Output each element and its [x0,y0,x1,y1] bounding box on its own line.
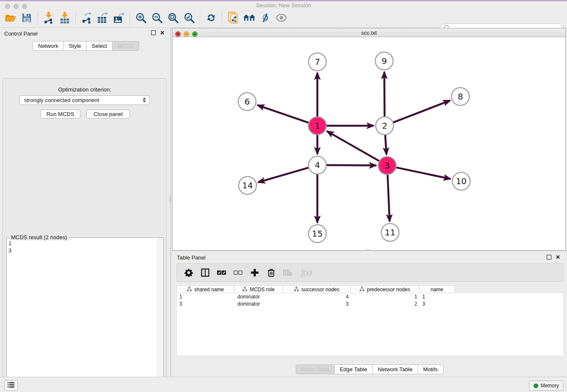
table-cell[interactable]: 3 [177,301,235,308]
hide-selected-button[interactable] [257,11,273,26]
zoom-fit-button[interactable] [165,11,181,26]
vertical-splitter-handle[interactable] [169,199,171,201]
edge-3-1[interactable] [327,131,379,161]
table-row[interactable]: 3dominator323 [177,301,563,308]
node-3[interactable]: 3 [378,157,396,174]
select-all-icon[interactable] [217,268,227,278]
network-view-window: ✕−+ scc.txt 7968124314101511 [172,28,566,251]
tab-network[interactable]: Network [33,41,64,51]
deselect-all-icon[interactable] [233,268,243,278]
network-window-titlebar[interactable]: ✕−+ scc.txt [173,28,565,37]
run-mcds-button[interactable]: Run MCDS [40,110,80,119]
open-session-button[interactable] [3,11,19,26]
minimize-window-button[interactable] [14,4,19,9]
function-builder-icon[interactable]: f(x) [299,268,314,278]
control-panel-title: Control Panel [4,30,38,37]
tab-mcds[interactable]: MCDS [113,41,139,51]
result-scrollbar[interactable] [157,238,163,392]
task-history-button[interactable] [4,380,18,391]
export-image-button[interactable] [111,11,127,26]
table-cell[interactable]: 3 [284,301,351,308]
edge-2-9[interactable] [384,72,385,116]
column-header-successor-nodes[interactable]: successor nodes [283,285,351,293]
network-from-selection-button[interactable] [225,11,241,26]
node-9[interactable]: 9 [375,52,393,70]
refresh-layout-button[interactable] [203,11,219,26]
network-canvas[interactable]: 7968124314101511 [173,37,565,250]
show-all-button[interactable] [273,11,289,26]
save-session-button[interactable] [19,11,35,26]
node-label: 4 [315,160,320,170]
close-panel-button[interactable]: Close panel [86,110,130,119]
table-panel: Table Panel ✕ f(x) shared nameMCDS roles… [172,251,567,377]
column-header-shared-name[interactable]: shared name [176,285,234,293]
tab-motifs[interactable]: Motifs [418,364,443,374]
node-label: 14 [242,180,253,190]
zoom-out-button[interactable] [149,11,165,26]
edge-2-3[interactable] [385,135,386,155]
node-10[interactable]: 10 [452,172,470,190]
tab-select[interactable]: Select [87,41,113,51]
table-cell[interactable]: 2 [351,301,420,308]
delete-column-icon[interactable] [266,268,276,278]
mcds-panel: Optimization criterion: strongly connect… [3,78,167,392]
column-header-predecessor-nodes[interactable]: predecessor nodes [351,285,419,293]
node-8[interactable]: 8 [451,88,469,105]
delete-table-icon[interactable] [283,268,293,278]
float-panel-icon[interactable] [547,255,551,259]
edge-1-6[interactable] [258,105,309,123]
import-table-button[interactable] [57,11,73,26]
node-2[interactable]: 2 [376,117,394,135]
table-cell[interactable]: dominator [235,293,284,301]
node-6[interactable]: 6 [238,93,256,110]
table-row[interactable]: 1dominator411 [177,293,563,301]
tab-network-table[interactable]: Network Table [373,364,418,374]
table-cell[interactable]: 3 [420,301,455,308]
memory-button[interactable]: Memory [529,381,564,391]
close-window-button[interactable] [5,4,10,9]
node-1[interactable]: 1 [308,117,326,135]
table-cell[interactable]: 1 [420,293,455,301]
zoom-in-button[interactable] [133,11,149,26]
node-14[interactable]: 14 [239,177,256,194]
edge-4-14[interactable] [258,168,308,182]
zoom-selected-button[interactable] [181,11,197,26]
edge-3-11[interactable] [388,175,390,221]
edge-3-10[interactable] [396,168,451,179]
toolbar-separator [129,11,130,26]
houses-icon [243,13,256,24]
float-panel-icon[interactable] [151,30,156,35]
column-header-name[interactable]: name [419,285,455,293]
node-label: 9 [382,56,387,66]
edge-2-8[interactable] [394,100,450,122]
first-neighbors-button[interactable] [241,11,257,26]
table-cell[interactable]: 1 [177,293,235,301]
import-network-button[interactable] [41,11,57,26]
vertical-splitter-handle[interactable] [169,197,171,198]
node-4[interactable]: 4 [308,156,326,174]
tab-edge-table[interactable]: Edge Table [335,364,373,374]
node-11[interactable]: 11 [381,224,399,241]
memory-status-dot [534,384,538,388]
table-cell[interactable]: 1 [351,293,420,301]
mcds-result-text[interactable]: 1 3 [8,240,11,254]
tab-style[interactable]: Style [64,41,87,51]
optimization-criterion-select[interactable]: strongly connected component [19,95,150,105]
add-column-icon[interactable] [250,268,260,278]
column-visibility-icon[interactable] [200,268,210,278]
settings-gear-icon[interactable] [184,268,194,278]
network-graph[interactable]: 7968124314101511 [173,37,565,250]
tab-node-table[interactable]: Node Table [296,364,335,374]
edge-4-3[interactable] [327,165,376,166]
node-label: 3 [385,160,390,171]
close-panel-icon[interactable]: ✕ [556,255,560,259]
export-table-button[interactable] [95,11,111,26]
close-panel-icon[interactable]: ✕ [160,31,165,35]
export-network-button[interactable] [79,11,95,26]
table-cell[interactable]: dominator [235,301,284,308]
column-header-MCDS-role[interactable]: MCDS role [234,285,283,293]
zoom-window-button[interactable] [22,4,27,9]
node-15[interactable]: 15 [308,225,326,243]
node-7[interactable]: 7 [308,53,326,71]
table-cell[interactable]: 4 [284,293,351,301]
